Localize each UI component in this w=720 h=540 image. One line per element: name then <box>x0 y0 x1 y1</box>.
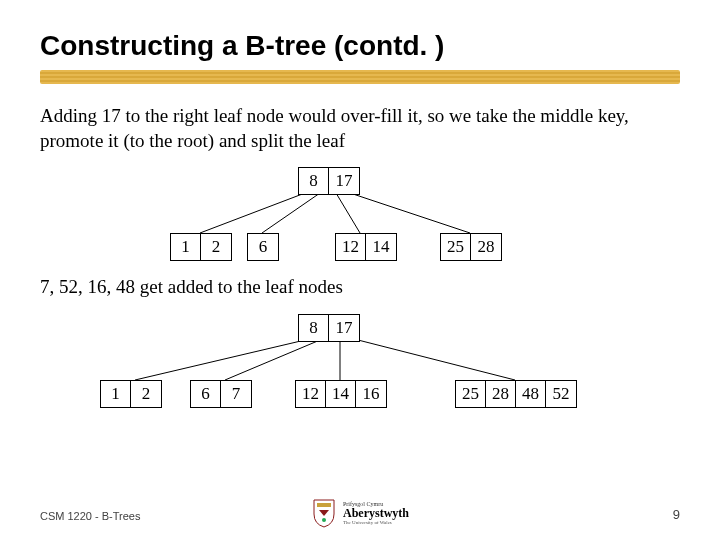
key-cell: 7 <box>221 381 251 407</box>
svg-line-0 <box>200 193 305 233</box>
logo-line-3: The University of Wales <box>343 520 409 525</box>
key-cell: 1 <box>101 381 131 407</box>
key-cell: 16 <box>356 381 386 407</box>
key-cell: 25 <box>456 381 486 407</box>
page-number: 9 <box>673 507 680 522</box>
key-cell: 8 <box>299 315 329 341</box>
key-cell: 28 <box>471 234 501 260</box>
key-cell: 14 <box>326 381 356 407</box>
tree2-leaf-2: 12 14 16 <box>295 380 387 408</box>
logo-line-2: Aberystwyth <box>343 507 409 520</box>
tree2-leaf-3: 25 28 48 52 <box>455 380 577 408</box>
tree1-leaf-2: 12 14 <box>335 233 397 261</box>
btree-diagram-2: 8 17 1 2 6 7 12 14 16 25 28 48 52 <box>40 314 680 414</box>
tree1-leaf-3: 25 28 <box>440 233 502 261</box>
key-cell: 28 <box>486 381 516 407</box>
svg-line-4 <box>135 340 305 380</box>
tree1-leaf-0: 1 2 <box>170 233 232 261</box>
svg-line-1 <box>262 193 320 233</box>
key-cell: 48 <box>516 381 546 407</box>
tree2-leaf-1: 6 7 <box>190 380 252 408</box>
svg-line-7 <box>358 340 515 380</box>
key-cell: 17 <box>329 315 359 341</box>
svg-line-5 <box>225 340 320 380</box>
svg-rect-8 <box>317 503 331 507</box>
svg-point-9 <box>322 518 326 522</box>
key-cell: 52 <box>546 381 576 407</box>
crest-icon <box>311 498 337 528</box>
key-cell: 25 <box>441 234 471 260</box>
divider-bar <box>40 70 680 84</box>
key-cell: 2 <box>201 234 231 260</box>
paragraph-2: 7, 52, 16, 48 get added to the leaf node… <box>40 275 680 300</box>
tree1-root: 8 17 <box>298 167 360 195</box>
key-cell: 14 <box>366 234 396 260</box>
slide-title: Constructing a B-tree (contd. ) <box>40 30 680 62</box>
svg-line-3 <box>350 193 470 233</box>
university-logo: Prifysgol Cymru Aberystwyth The Universi… <box>311 498 409 528</box>
paragraph-1: Adding 17 to the right leaf node would o… <box>40 104 680 153</box>
key-cell: 2 <box>131 381 161 407</box>
btree-diagram-1: 8 17 1 2 6 12 14 25 28 <box>40 167 680 267</box>
tree2-root: 8 17 <box>298 314 360 342</box>
svg-line-2 <box>336 193 360 233</box>
logo-text: Prifysgol Cymru Aberystwyth The Universi… <box>343 501 409 525</box>
tree2-leaf-0: 1 2 <box>100 380 162 408</box>
tree1-leaf-1: 6 <box>247 233 279 261</box>
key-cell: 6 <box>248 234 278 260</box>
key-cell: 1 <box>171 234 201 260</box>
key-cell: 12 <box>296 381 326 407</box>
key-cell: 12 <box>336 234 366 260</box>
key-cell: 8 <box>299 168 329 194</box>
key-cell: 17 <box>329 168 359 194</box>
key-cell: 6 <box>191 381 221 407</box>
footer-text: CSM 1220 - B-Trees <box>40 510 140 522</box>
